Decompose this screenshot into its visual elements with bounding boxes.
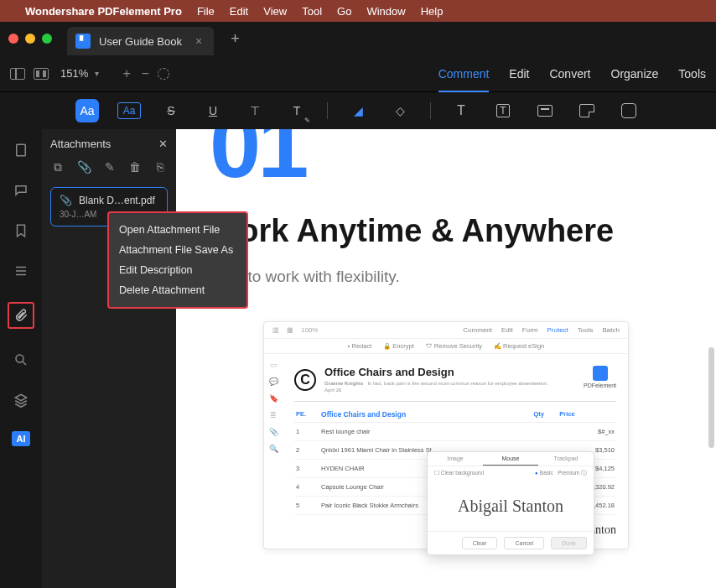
embed-logo: C [294, 369, 316, 391]
embed-tab-active: Protect [547, 326, 568, 334]
search-icon[interactable] [12, 351, 30, 369]
sig-tab: Trackpad [538, 452, 594, 466]
strikethrough-icon[interactable]: S [159, 99, 183, 122]
embed-zoom: 100% [301, 326, 318, 334]
comment-toolrow: Aa Aa S U ⊤ T✎ ◢ ◇ T T [0, 92, 716, 129]
replace-text-icon[interactable]: T✎ [285, 99, 309, 122]
panel-title: Attachments [50, 138, 111, 150]
embedded-screenshot: ▥ ▦ 100% Comment Edit Form Protect Tools… [263, 321, 629, 549]
dialog-cancel-button: Cancel [504, 537, 544, 549]
panel-close-icon[interactable]: ✕ [158, 138, 168, 150]
embed-tab: Edit [501, 326, 513, 334]
toolbar-divider [430, 102, 431, 119]
tab-comment[interactable]: Comment [438, 67, 490, 81]
menu-go[interactable]: Go [337, 5, 351, 18]
zoom-in-button[interactable]: + [121, 66, 132, 81]
embed-rail-icon: 💬 [269, 377, 278, 386]
layers-icon[interactable] [12, 391, 30, 409]
menu-help[interactable]: Help [421, 5, 444, 18]
menu-window[interactable]: Window [366, 5, 405, 18]
thumbnail-view-icon[interactable] [34, 68, 49, 80]
window-chrome: ▘ User Guide Book × + [0, 22, 716, 55]
tab-organize[interactable]: Organize [611, 67, 659, 81]
sidebar-toggle-icon[interactable] [10, 68, 25, 80]
embed-tab: Form [522, 326, 538, 334]
left-rail: AI [0, 129, 42, 588]
tab-close-icon[interactable]: × [195, 34, 202, 48]
menu-tool[interactable]: Tool [302, 5, 322, 18]
zoom-out-button[interactable]: − [139, 66, 151, 81]
delete-attachment-icon[interactable]: 🗑 [129, 160, 141, 174]
attachments-panel: Attachments ✕ ⧉ 📎 ✎ 🗑 ⎘ 📎 Blank D…ent.pd… [42, 129, 176, 588]
embed-tab: Batch [603, 326, 620, 334]
menu-edit[interactable]: Edit [230, 5, 248, 18]
menu-view[interactable]: View [263, 5, 287, 18]
window-minimize[interactable] [25, 34, 35, 44]
app-name[interactable]: Wondershare PDFelement Pro [25, 5, 182, 18]
highlighter-pen-icon[interactable]: ◢ [346, 99, 370, 122]
context-edit-desc[interactable]: Edit Description [109, 260, 246, 280]
mode-tabs: Comment Edit Convert Organize Tools [438, 67, 706, 81]
text-tool-icon[interactable]: T [449, 99, 473, 122]
zoom-dropdown-icon[interactable]: ▾ [95, 69, 99, 78]
shape-tool-icon[interactable] [617, 99, 641, 122]
dialog-done-button: Done [551, 537, 587, 549]
main-toolbar: 151% ▾ + − Comment Edit Convert Organize… [0, 55, 716, 92]
fit-page-icon[interactable] [158, 68, 169, 80]
document-viewport[interactable]: 01 Work Anytime & Anywhere Start to work… [176, 129, 716, 588]
svg-rect-0 [17, 144, 26, 156]
bookmarks-icon[interactable] [12, 221, 30, 240]
embed-tab: Comment [463, 326, 492, 334]
embed-thumbs-icon: ▦ [287, 326, 293, 334]
save-attachment-icon[interactable]: ⎘ [154, 160, 166, 174]
window-close[interactable] [8, 34, 18, 44]
table-row: 1Rest lounge chair$#_xx [294, 422, 616, 440]
page-subheading: Start to work with flexibility. [210, 268, 682, 286]
tab-convert[interactable]: Convert [549, 67, 590, 81]
thumbnails-icon[interactable] [12, 141, 30, 159]
embed-rail-icon: 📎 [269, 428, 278, 436]
outline-icon[interactable] [12, 262, 30, 280]
link-attachment-icon[interactable]: 📎 [77, 160, 91, 174]
attachment-context-menu: Open Attachment File Attachment File Sav… [107, 211, 248, 309]
dialog-clear-button: Clear [462, 537, 498, 549]
add-attachment-icon[interactable]: ⧉ [52, 160, 64, 174]
window-zoom[interactable] [42, 34, 52, 44]
insert-text-icon[interactable]: ⊤ [243, 99, 267, 122]
embed-rail-icon: 🔍 [269, 445, 278, 453]
document-tab[interactable]: ▘ User Guide Book × [67, 27, 214, 55]
main-area: AI Attachments ✕ ⧉ 📎 ✎ 🗑 ⎘ 📎 Blank D…ent… [0, 129, 716, 588]
embed-sidebar-icon: ▥ [272, 326, 279, 334]
scrollbar[interactable] [708, 347, 714, 448]
zoom-value[interactable]: 151% [60, 67, 88, 80]
context-delete[interactable]: Delete Attachment [109, 280, 246, 300]
panel-action-icons: ⧉ 📎 ✎ 🗑 ⎘ [50, 160, 168, 174]
embed-sec: Remove Security [434, 342, 482, 350]
eraser-icon[interactable]: ◇ [388, 99, 412, 122]
document-page: 01 Work Anytime & Anywhere Start to work… [176, 129, 716, 549]
signature-dialog: Image Mouse Trackpad ☐ Clear background … [427, 451, 594, 555]
area-highlight-icon[interactable]: Aa [117, 102, 141, 119]
embed-rail-icon: 🔖 [269, 394, 278, 403]
highlight-text-icon[interactable]: Aa [75, 99, 99, 122]
embed-rail-icon: ≣ [270, 411, 277, 419]
sticky-note-icon[interactable] [575, 99, 599, 122]
context-open[interactable]: Open Attachment File [109, 220, 246, 240]
tab-tools[interactable]: Tools [678, 67, 706, 81]
context-save-as[interactable]: Attachment File Save As [109, 240, 246, 260]
ai-icon[interactable]: AI [12, 431, 30, 446]
tab-edit[interactable]: Edit [509, 67, 529, 81]
paperclip-icon: 📎 [60, 195, 72, 206]
new-tab-button[interactable]: + [231, 30, 240, 48]
sig-tab-active: Mouse [483, 452, 538, 466]
attachment-name: Blank D…ent.pdf [79, 195, 155, 206]
text-box-icon[interactable]: T [491, 99, 515, 122]
callout-icon[interactable] [533, 99, 557, 122]
embed-tab: Tools [578, 326, 594, 334]
edit-attachment-icon[interactable]: ✎ [104, 160, 116, 174]
menu-file[interactable]: File [197, 5, 215, 18]
embed-brand: PDFelement [584, 366, 616, 388]
attachments-icon[interactable] [8, 302, 34, 329]
underline-icon[interactable]: U [201, 99, 225, 122]
comments-icon[interactable] [12, 181, 30, 200]
